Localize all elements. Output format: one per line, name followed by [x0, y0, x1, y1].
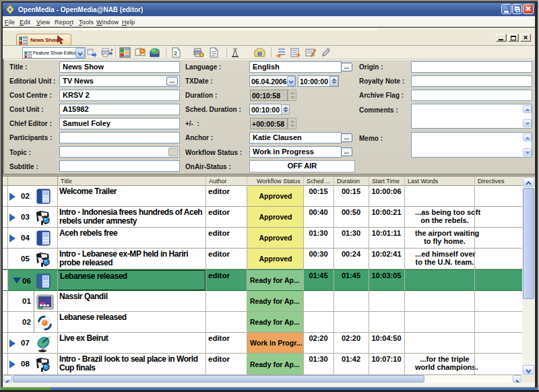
svg-text:2: 2	[174, 50, 177, 57]
